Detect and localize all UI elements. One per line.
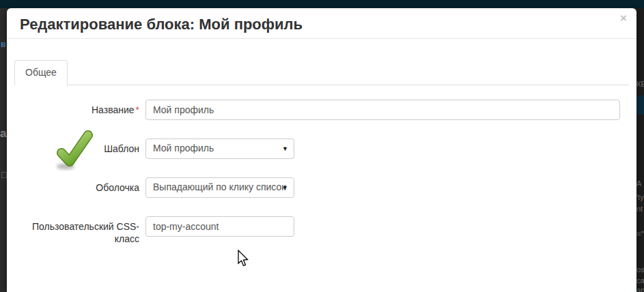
tab-bar: Общее bbox=[14, 60, 629, 85]
form-row-wrapper: Оболочка Выпадающий по клику список ▼ bbox=[14, 177, 629, 198]
chevron-down-icon: ▼ bbox=[282, 145, 288, 152]
backdrop-fragment: ca bbox=[636, 277, 644, 284]
backdrop-fragment: в bbox=[1, 41, 5, 48]
backdrop-fragment: os bbox=[636, 266, 644, 274]
screen: в а КЕ А 'ty nt =" os ca an Редактирован… bbox=[0, 0, 644, 292]
backdrop-fragment: nt bbox=[636, 205, 643, 213]
form-row-css-class: Пользовательский CSS-класс bbox=[14, 216, 629, 245]
css-class-input[interactable] bbox=[145, 216, 294, 237]
tab-general[interactable]: Общее bbox=[14, 60, 68, 86]
page-top-bar bbox=[0, 0, 644, 8]
backdrop-fragment: А bbox=[636, 180, 641, 188]
backdrop-fragment: =" bbox=[636, 231, 643, 238]
edit-block-form: Название* Шаблон Мой профиль ▼ Оболочка … bbox=[14, 100, 629, 245]
template-select-value: Мой профиль bbox=[153, 143, 214, 154]
close-icon[interactable]: × bbox=[620, 12, 627, 24]
wrapper-select[interactable]: Выпадающий по клику список ▼ bbox=[145, 177, 294, 198]
green-checkmark-icon bbox=[55, 130, 95, 171]
form-row-template: Шаблон Мой профиль ▼ bbox=[14, 138, 629, 159]
name-label-text: Название bbox=[92, 104, 135, 115]
modal-title: Редактирование блока: Мой профиль bbox=[20, 16, 623, 33]
modal-header: Редактирование блока: Мой профиль × bbox=[7, 8, 636, 39]
name-input[interactable] bbox=[145, 100, 620, 120]
backdrop-highlight-bar bbox=[636, 96, 644, 115]
name-label: Название* bbox=[14, 100, 139, 120]
css-class-label: Пользовательский CSS-класс bbox=[14, 216, 139, 245]
chevron-down-icon: ▼ bbox=[282, 184, 288, 191]
backdrop-right-edge: КЕ А 'ty nt =" os ca an bbox=[636, 8, 644, 292]
backdrop-fragment: КЕ bbox=[636, 81, 644, 88]
backdrop-fragment: an bbox=[636, 287, 644, 292]
required-marker: * bbox=[136, 104, 139, 115]
backdrop-fragment: а bbox=[0, 130, 6, 137]
backdrop-fragment: 'ty bbox=[636, 194, 644, 201]
wrapper-label: Оболочка bbox=[14, 177, 139, 198]
wrapper-select-value: Выпадающий по клику список bbox=[153, 181, 285, 192]
modal-body: Общее Название* Шаблон Мой профиль ▼ bbox=[7, 60, 636, 245]
template-select[interactable]: Мой профиль ▼ bbox=[145, 138, 294, 159]
trash-icon bbox=[1, 172, 7, 178]
edit-block-modal: Редактирование блока: Мой профиль × Обще… bbox=[7, 8, 636, 292]
form-row-name: Название* bbox=[14, 100, 629, 120]
backdrop-left-edge: в а bbox=[0, 8, 7, 292]
